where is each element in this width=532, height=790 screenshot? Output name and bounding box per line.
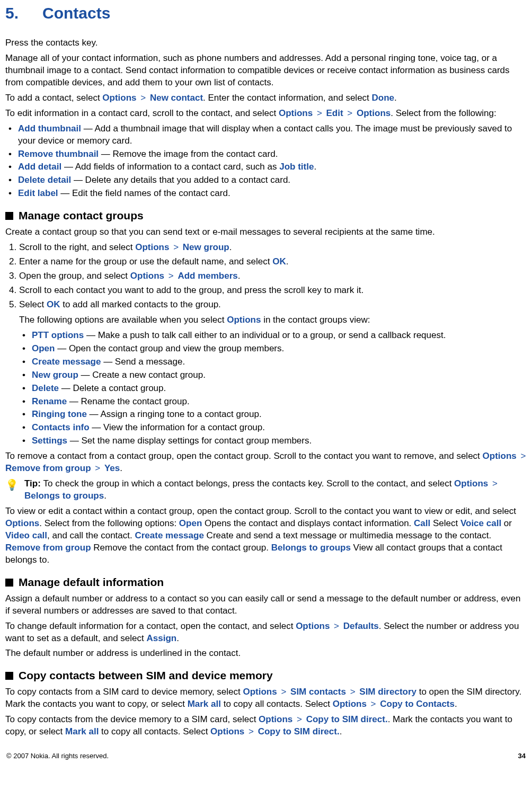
chapter-number: 5. <box>5 4 42 22</box>
text: — Edit the field names of the contact ca… <box>58 188 230 198</box>
ui-path-sep: > <box>164 271 178 281</box>
ui-term: Edit label <box>18 188 58 198</box>
ui-term: Mark all <box>65 726 99 736</box>
text: Open the group, and select <box>19 271 130 281</box>
ui-term: Delete <box>32 383 59 393</box>
text: . <box>394 93 397 103</box>
ui-term: SIM directory <box>359 687 416 697</box>
ui-term: Options <box>296 621 330 631</box>
paragraph: To edit information in a contact card, s… <box>5 108 527 120</box>
text: . <box>229 242 232 252</box>
numbered-list: Scroll to the right, and select Options … <box>5 242 527 311</box>
text: To check the group in which a contact be… <box>43 478 455 489</box>
ui-term: Options <box>5 518 39 528</box>
square-bullet-icon <box>5 579 13 587</box>
text: to copy all contacts. Select <box>99 726 210 736</box>
ui-path-sep: > <box>313 108 326 118</box>
paragraph: To change default information for a cont… <box>5 620 527 645</box>
paragraph: To copy contacts from a SIM card to devi… <box>5 686 527 711</box>
ui-path-sep: > <box>367 699 380 709</box>
ui-term: Options <box>227 315 261 325</box>
tip-text: Tip: To check the group in which a conta… <box>24 478 527 502</box>
ui-term: Options <box>102 93 136 103</box>
ui-term: Copy to SIM direct. <box>306 714 388 724</box>
list-item: Open the group, and select Options > Add… <box>19 270 527 282</box>
square-bullet-icon <box>5 212 13 220</box>
text: — Delete a contact group. <box>59 383 166 393</box>
paragraph: To copy contacts from the device memory … <box>5 714 527 738</box>
text: Enter a name for the group or use the de… <box>19 256 272 267</box>
heading-text: Manage contact groups <box>19 209 144 221</box>
text: The following options are available when… <box>19 315 227 325</box>
ui-path-sep: > <box>517 451 528 461</box>
list-item: Rename — Rename the contact group. <box>22 396 527 408</box>
text: . <box>104 491 107 501</box>
ui-term: Remove from group <box>5 463 91 473</box>
ui-path-sep: > <box>91 463 104 473</box>
ui-term: Create message <box>32 357 101 367</box>
text: To copy contacts from a SIM card to devi… <box>5 687 243 697</box>
heading-text: Copy contacts between SIM and device mem… <box>19 669 273 681</box>
text: . <box>120 463 122 473</box>
tip-icon: 💡 <box>5 478 24 502</box>
text: — Add a thumbnail image that will displa… <box>18 123 512 146</box>
ui-term: Remove thumbnail <box>18 149 99 159</box>
ui-term: Options <box>357 108 391 118</box>
ui-term: Settings <box>32 436 67 446</box>
ui-term: New group <box>183 242 229 252</box>
footer-page-number: 34 <box>518 752 526 760</box>
list-item: PTT options — Make a push to talk call e… <box>22 330 527 342</box>
ui-term: Add thumbnail <box>18 123 81 134</box>
ui-term: Options <box>333 699 367 709</box>
tip-label: Tip: <box>24 478 43 489</box>
list-item: Enter a name for the group or use the de… <box>19 256 527 268</box>
list-item: New group — Create a new contact group. <box>22 369 527 381</box>
paragraph: The following options are available when… <box>19 314 527 326</box>
text: . Select from the following options: <box>39 518 179 528</box>
text: — Make a push to talk call either to an … <box>84 330 446 340</box>
page-footer: © 2007 Nokia. All rights reserved. 34 <box>5 752 527 764</box>
paragraph: The default number or address is underli… <box>5 647 527 660</box>
list-item: Scroll to each contact you want to add t… <box>19 285 527 297</box>
text: — Set the name display settings for cont… <box>67 436 312 446</box>
list-item: Contacts info — View the information for… <box>22 422 527 434</box>
text: . Select from the following: <box>391 108 496 118</box>
ui-term: Options <box>454 478 488 489</box>
ui-term: Options <box>279 108 313 118</box>
list-item: Settings — Set the name display settings… <box>22 435 527 447</box>
ui-term: SIM contacts <box>290 687 346 697</box>
text: — Remove the image from the contact card… <box>99 149 278 159</box>
ui-term: Yes <box>104 463 120 473</box>
ui-path-sep: > <box>137 93 150 103</box>
ui-path-sep: > <box>330 621 343 631</box>
text: — Open the contact group and view the gr… <box>55 343 284 353</box>
ui-term: Video call <box>5 530 47 540</box>
text: or <box>501 518 512 528</box>
ui-term: Remove from group <box>5 543 91 553</box>
paragraph: To remove a contact from a contact group… <box>5 450 527 475</box>
tip-block: 💡 Tip: To check the group in which a con… <box>5 478 527 502</box>
ui-term: Call <box>414 518 430 528</box>
ui-term: Rename <box>32 396 67 406</box>
section-heading-manage-default-information: Manage default information <box>5 576 527 589</box>
ui-path-sep: > <box>343 108 357 118</box>
paragraph: Assign a default number or address to a … <box>5 593 527 617</box>
paragraph: Create a contact group so that you can s… <box>5 226 527 238</box>
text: To change default information for a cont… <box>5 621 296 631</box>
text: — Assign a ringing tone to a contact gro… <box>87 409 262 419</box>
ui-term: Belongs to groups <box>24 491 104 501</box>
text: . <box>238 271 241 281</box>
list-item: Open — Open the contact group and view t… <box>22 343 527 355</box>
ui-term: Add members <box>178 271 237 281</box>
text: Opens the contact and displays contact i… <box>202 518 414 528</box>
text: , and call the contact. <box>47 530 135 540</box>
text: to copy all contacts. Select <box>221 699 333 709</box>
square-bullet-icon <box>5 672 13 680</box>
ui-term: Defaults <box>343 621 379 631</box>
list-item: Delete — Delete a contact group. <box>22 383 527 395</box>
ui-term: Job title <box>279 162 314 172</box>
text: — Add fields of information to a contact… <box>61 162 279 172</box>
ui-term: Options <box>135 242 169 252</box>
text: To copy contacts from the device memory … <box>5 714 259 724</box>
ui-term: Voice call <box>460 518 501 528</box>
